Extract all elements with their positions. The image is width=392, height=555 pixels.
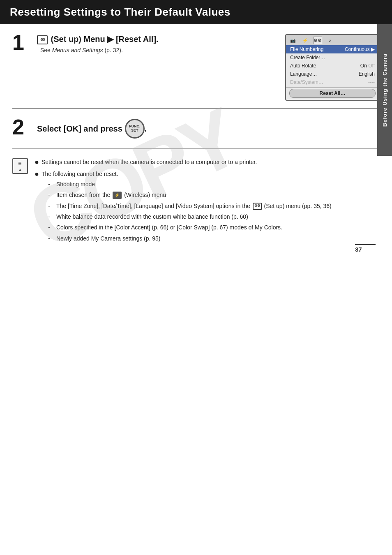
dash-5: -: [48, 223, 54, 232]
camera-tab-sound: ♪: [325, 37, 334, 44]
camera-menu-reset: Reset All…: [289, 89, 376, 98]
page-number: 37: [355, 246, 362, 253]
note-bullet-2-text: The following cannot be reset.: [42, 171, 118, 177]
setup-menu-icon: [37, 35, 48, 44]
step-2-title: Select [OK] and press FUNC.SET .: [37, 119, 380, 139]
header-bar: Resetting Settings to Their Default Valu…: [0, 0, 392, 24]
step-1-sub: See Menus and Settings (p. 32).: [40, 47, 277, 53]
note-bullet-2: ● The following cannot be reset. - Shoot…: [35, 169, 380, 245]
step-2-content: Select [OK] and press FUNC.SET .: [37, 116, 380, 141]
camera-tab-photo: 📷: [288, 37, 297, 44]
sub-item-text-6: Newly added My Camera settings (p. 95): [56, 234, 161, 243]
sub-item-shooting-mode: - Shooting mode: [48, 180, 332, 189]
notes-section: ≡▲ ● Settings cannot be reset when the c…: [12, 149, 380, 247]
note-bullet-2-content: The following cannot be reset. - Shootin…: [42, 169, 332, 245]
step-2-title-text: Select [OK] and press: [37, 124, 122, 134]
step-2-section: 2 Select [OK] and press FUNC.SET .: [12, 109, 380, 149]
side-tab-label: Before Using the Camera: [382, 53, 388, 127]
func-set-button: FUNC.SET: [125, 119, 145, 139]
step-2-number: 2: [12, 116, 29, 138]
step-1-title: (Set up) Menu ▶ [Reset All].: [37, 34, 277, 44]
sub-item-wireless: - Item chosen from the ⚡ (Wireless) menu: [48, 190, 332, 199]
menu-row-auto-rotate: Auto Rotate On Off: [286, 62, 379, 70]
side-tab: Before Using the Camera: [377, 24, 392, 156]
camera-tab-setup: ⚙⚙: [313, 37, 322, 44]
bullet-dot-2: ●: [35, 169, 39, 179]
step-1-number: 1: [12, 32, 29, 53]
page-number-container: 37: [355, 244, 376, 253]
step-1-title-text: (Set up) Menu ▶ [Reset All].: [51, 35, 159, 44]
sub-item-my-camera: - Newly added My Camera settings (p. 95): [48, 234, 332, 243]
sub-item-white-balance: - White balance data recorded with the c…: [48, 212, 332, 221]
sub-item-text-3: The [Time Zone], [Date/Time], [Language]…: [56, 201, 332, 210]
note-icon: ≡▲: [12, 158, 28, 174]
note-icon-symbol: ≡▲: [18, 160, 22, 172]
sub-item-text-1: Shooting mode: [56, 180, 95, 189]
notes-list: ● Settings cannot be reset when the came…: [35, 157, 380, 247]
page-number-line: [355, 244, 376, 245]
note-bullet-1: ● Settings cannot be reset when the came…: [35, 157, 380, 167]
wireless-icon: ⚡: [113, 192, 122, 199]
bullet-dot-1: ●: [35, 157, 39, 167]
sub-item-colors: - Colors specified in the [Color Accent]…: [48, 223, 332, 232]
dash-6: -: [48, 234, 54, 243]
dash-2: -: [48, 190, 54, 199]
camera-tab-flash: ⚡: [301, 37, 310, 44]
dash-3: -: [48, 201, 54, 210]
sub-item-text-5: Colors specified in the [Color Accent] (…: [56, 223, 282, 232]
dash-1: -: [48, 180, 54, 189]
step-1-content: (Set up) Menu ▶ [Reset All]. See Menus a…: [37, 32, 380, 101]
step-1-section: 1 (Set up) Menu ▶ [Reset All]. See Menus…: [12, 24, 380, 109]
sub-item-text-4: White balance data recorded with the cus…: [56, 212, 248, 221]
note-sub-list: - Shooting mode - Item chosen from the ⚡…: [48, 180, 332, 243]
sub-item-timezone: - The [Time Zone], [Date/Time], [Languag…: [48, 201, 332, 210]
menu-row-date: Date/System… ----: [286, 78, 379, 86]
page-title: Resetting Settings to Their Default Valu…: [10, 6, 231, 18]
menu-row-file-numbering: File Numbering Continuous ▶: [286, 45, 379, 53]
camera-menu-tabs: 📷 ⚡ ⚙⚙ ♪: [286, 35, 379, 44]
menu-row-language: Language… English: [286, 70, 379, 78]
step-2-period: .: [145, 124, 147, 134]
camera-menu-body: File Numbering Continuous ▶ Create Folde…: [286, 44, 379, 100]
camera-menu-screenshot: 📷 ⚡ ⚙⚙ ♪ File Numbering Continuous ▶ Cre…: [285, 34, 380, 101]
dash-4: -: [48, 212, 54, 221]
sub-item-text-2: Item chosen from the ⚡ (Wireless) menu: [56, 190, 166, 199]
divider-line: [286, 87, 379, 88]
setup-icon-inline: ⚙⚙: [253, 203, 262, 210]
menu-row-create-folder: Create Folder…: [286, 53, 379, 62]
note-bullet-1-text: Settings cannot be reset when the camera…: [42, 157, 257, 166]
